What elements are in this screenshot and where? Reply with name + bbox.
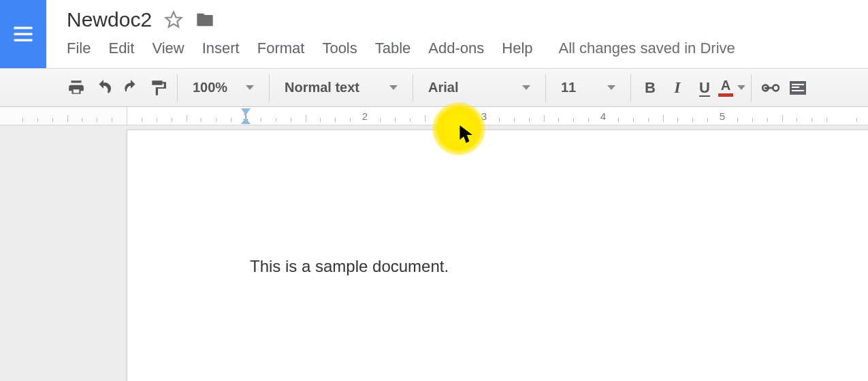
document-body-text[interactable]: This is a sample document. [250, 257, 449, 276]
horizontal-ruler[interactable]: 12345 [0, 107, 868, 125]
bold-icon: B [645, 79, 656, 97]
ruler-label: 5 [720, 110, 725, 122]
print-button[interactable] [63, 74, 90, 102]
document-title-input[interactable]: Newdoc2 [67, 8, 152, 31]
menu-edit[interactable]: Edit [108, 40, 134, 57]
menu-view[interactable]: View [152, 40, 184, 57]
separator [751, 74, 752, 102]
separator [413, 74, 413, 102]
header: Newdoc2 File Edit View Insert Format Too… [0, 0, 868, 69]
align-left-icon [790, 81, 806, 95]
redo-icon [122, 79, 140, 97]
menu-addons[interactable]: Add-ons [428, 40, 484, 57]
undo-button[interactable] [90, 74, 117, 102]
separator [269, 74, 270, 102]
paint-format-icon [149, 79, 167, 97]
folder-icon [195, 10, 214, 29]
zoom-combo[interactable]: 100% [183, 74, 263, 102]
paragraph-style-value: Normal text [285, 80, 359, 95]
first-line-indent-marker[interactable] [241, 108, 251, 115]
paint-format-button[interactable] [144, 74, 172, 102]
caret-down-icon [389, 85, 398, 90]
menu-table[interactable]: Table [375, 40, 411, 57]
star-button[interactable] [164, 10, 183, 29]
insert-link-button[interactable] [757, 74, 784, 102]
font-size-value: 11 [561, 80, 576, 95]
separator [177, 74, 178, 102]
separator [630, 74, 631, 102]
ruler-label: 4 [600, 110, 606, 122]
print-icon [67, 79, 85, 97]
menu-bar: File Edit View Insert Format Tools Table… [67, 40, 735, 57]
font-family-value: Arial [428, 80, 458, 95]
underline-button[interactable]: U [691, 74, 718, 102]
document-area: This is a sample document. [0, 125, 868, 381]
ruler-label: 2 [362, 110, 368, 122]
caret-down-icon [607, 85, 615, 90]
caret-down-icon [522, 85, 530, 90]
text-color-button[interactable]: A [718, 74, 745, 102]
font-family-combo[interactable]: Arial [419, 74, 540, 102]
italic-icon: I [674, 78, 680, 97]
save-status: All changes saved in Drive [559, 40, 735, 57]
menu-help[interactable]: Help [502, 40, 532, 57]
menu-tools[interactable]: Tools [322, 40, 357, 57]
docs-home-icon [11, 22, 35, 46]
caret-down-icon [246, 85, 254, 90]
menu-file[interactable]: File [67, 40, 91, 57]
docs-home-button[interactable] [0, 0, 46, 68]
paragraph-style-combo[interactable]: Normal text [275, 74, 407, 102]
title-row: Newdoc2 [67, 8, 214, 31]
font-size-combo[interactable]: 11 [551, 74, 625, 102]
ruler-page-region [127, 107, 868, 125]
separator [545, 74, 546, 102]
undo-icon [95, 79, 112, 97]
caret-down-icon [737, 85, 745, 90]
svg-marker-3 [165, 12, 181, 27]
italic-button[interactable]: I [664, 74, 691, 102]
text-color-icon: A [721, 78, 730, 92]
text-color-swatch [718, 93, 733, 97]
page[interactable]: This is a sample document. [127, 129, 868, 381]
left-indent-marker[interactable] [241, 118, 251, 124]
link-icon [762, 79, 779, 97]
redo-button[interactable] [117, 74, 144, 102]
svg-point-5 [773, 85, 779, 91]
star-icon [164, 10, 183, 29]
menu-insert[interactable]: Insert [202, 40, 240, 57]
ruler-label: 3 [481, 110, 487, 122]
move-to-folder-button[interactable] [195, 10, 214, 29]
align-button[interactable] [784, 74, 811, 102]
underline-icon: U [699, 79, 710, 97]
bold-button[interactable]: B [637, 74, 664, 102]
zoom-value: 100% [193, 80, 227, 95]
menu-format[interactable]: Format [257, 40, 305, 57]
toolbar: 100% Normal text Arial 11 B I U A [0, 69, 868, 107]
